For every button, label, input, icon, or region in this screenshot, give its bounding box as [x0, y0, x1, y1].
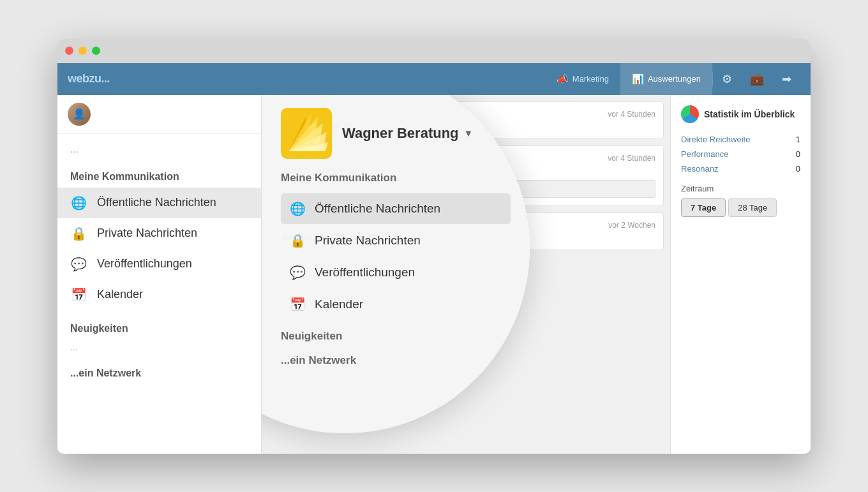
- share-button[interactable]: ➡: [773, 63, 800, 95]
- speech-bubble-icon: 💬: [70, 257, 87, 272]
- overlay-menu-item-kalender[interactable]: 📅 Kalender: [281, 289, 511, 320]
- stats-title: Statistik im Überblick: [704, 109, 795, 119]
- overlay-calendar-icon: 📅: [290, 297, 306, 312]
- overlay-menu-item-oeffentliche[interactable]: 🌐 Öffentliche Nachrichten: [281, 193, 511, 224]
- briefcase-icon: 💼: [750, 72, 764, 86]
- nav-item-auswertungen[interactable]: 📊 Auswertungen: [620, 63, 712, 95]
- sidebar-item-oeffentliche[interactable]: 🌐 Öffentliche Nachrichten: [57, 188, 261, 218]
- share-icon: ➡: [782, 72, 791, 86]
- briefcase-button[interactable]: 💼: [741, 63, 773, 95]
- overlay-lock-icon: 🔒: [290, 233, 306, 248]
- stat-value-reichweite: 1: [796, 135, 800, 144]
- feed-area: vor 4 Stunden ...bsten! ;-) Lesen Sie vo…: [262, 95, 670, 454]
- overlay-section-title: Meine Kommunikation: [281, 172, 511, 184]
- auswertungen-icon: 📊: [632, 73, 644, 85]
- section-title-netzwerk: ...ein Netzwerk: [57, 355, 261, 384]
- company-logo: [281, 108, 332, 159]
- calendar-icon: 📅: [70, 287, 87, 302]
- browser-window: webzu... 📣 Marketing 📊 Auswertungen ⚙ 💼 …: [57, 39, 811, 454]
- settings-button[interactable]: ⚙: [713, 63, 741, 95]
- zeitraum-7tage-button[interactable]: 7 Tage: [681, 198, 726, 217]
- stat-label-resonanz: Resonanz: [681, 164, 719, 174]
- overlay-menu-item-private[interactable]: 🔒 Private Nachrichten: [281, 225, 511, 256]
- overlay-neuigkeiten-title: Neuigkeiten: [281, 330, 511, 343]
- top-nav: webzu... 📣 Marketing 📊 Auswertungen ⚙ 💼 …: [57, 63, 811, 95]
- overlay-netzwerk-partial: ...ein Netzwerk: [281, 354, 511, 367]
- sidebar-item-private[interactable]: 🔒 Private Nachrichten: [57, 218, 261, 249]
- sidebar-item-veroeffentlichungen[interactable]: 💬 Veröffentlichungen: [57, 249, 261, 280]
- overlay-globe-icon: 🌐: [290, 201, 306, 216]
- zeitraum-28tage-button[interactable]: 28 Tage: [728, 198, 777, 217]
- section-title-kommunikation: Meine Kommunikation: [57, 158, 261, 188]
- stat-row-reichweite: Direkte Reichweite 1: [681, 132, 800, 147]
- nav-item-marketing[interactable]: 📣 Marketing: [545, 63, 620, 95]
- stat-label-performance: Performance: [681, 149, 728, 159]
- stat-row-resonanz: Resonanz 0: [681, 161, 800, 176]
- sidebar-item-kalender[interactable]: 📅 Kalender: [57, 280, 261, 310]
- section-title-neuigkeiten: Neuigkeiten: [57, 310, 261, 339]
- zeitraum-label: Zeitraum: [681, 184, 800, 193]
- stats-pie-icon: [681, 105, 699, 123]
- stat-value-resonanz: 0: [796, 164, 800, 174]
- settings-icon: ⚙: [722, 72, 732, 86]
- zeitraum-buttons: 7 Tage 28 Tage: [681, 198, 800, 217]
- stats-header: Statistik im Überblick: [681, 105, 800, 123]
- sun-logo-svg: [283, 110, 329, 156]
- sidebar: 👤 ... Meine Kommunikation 🌐 Öffentliche …: [57, 95, 262, 454]
- nav-items: 📣 Marketing 📊 Auswertungen ⚙ 💼 ➡: [545, 63, 800, 95]
- marketing-icon: 📣: [557, 73, 569, 85]
- lock-icon: 🔒: [70, 226, 87, 241]
- overlay-speech-icon: 💬: [290, 265, 306, 280]
- title-bar: [57, 39, 811, 63]
- stat-row-performance: Performance 0: [681, 147, 800, 161]
- app-logo: webzu...: [68, 72, 110, 86]
- overlay-menu-item-veroeffentlichungen[interactable]: 💬 Veröffentlichungen: [281, 257, 511, 288]
- company-name: Wagner Beratung: [342, 125, 459, 142]
- main-content: 👤 ... Meine Kommunikation 🌐 Öffentliche …: [57, 95, 811, 454]
- circle-overlay: Wagner Beratung ▼ Meine Kommunikation 🌐 …: [262, 95, 530, 433]
- stat-label-reichweite: Direkte Reichweite: [681, 135, 750, 144]
- globe-icon: 🌐: [70, 195, 87, 211]
- stat-value-performance: 0: [796, 149, 800, 159]
- company-name-block: Wagner Beratung ▼: [342, 125, 473, 142]
- right-panel: Statistik im Überblick Direkte Reichweit…: [670, 95, 811, 454]
- maximize-button[interactable]: [92, 47, 100, 55]
- company-dropdown-icon[interactable]: ▼: [464, 128, 474, 138]
- minimize-button[interactable]: [79, 47, 87, 55]
- close-button[interactable]: [65, 47, 73, 55]
